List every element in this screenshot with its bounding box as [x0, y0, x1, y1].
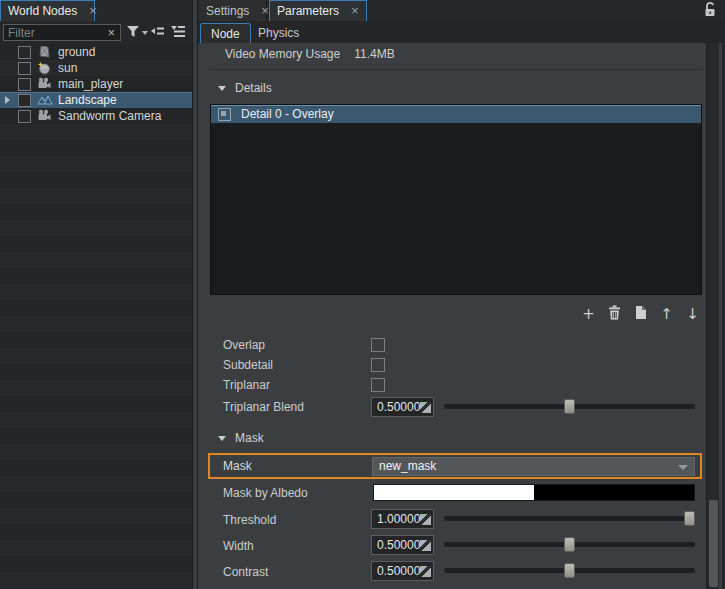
delete-button[interactable] — [607, 306, 622, 323]
threshold-slider[interactable] — [444, 516, 695, 521]
move-down-button[interactable]: ↓ — [685, 306, 700, 323]
contrast-field[interactable]: 0.50000 — [371, 561, 434, 581]
tab-node-label: Node — [211, 27, 240, 41]
drag-spinner-icon[interactable] — [420, 566, 431, 577]
mask-by-albedo-label: Mask by Albedo — [223, 485, 308, 501]
mask-row-highlighted: Mask new_mask — [208, 453, 702, 479]
add-button[interactable]: + — [581, 306, 596, 323]
details-list: Detail 0 - Overlay — [210, 104, 702, 295]
width-slider[interactable] — [444, 542, 695, 547]
tree-row-sun[interactable]: sun — [0, 60, 192, 76]
node-physics-tabbar: Node Physics — [198, 21, 725, 43]
tab-physics[interactable]: Physics — [248, 23, 309, 43]
slider-handle[interactable] — [564, 399, 575, 414]
world-nodes-tabbar: World Nodes × — [0, 0, 192, 22]
sun-icon — [37, 61, 51, 75]
mask-section-header[interactable]: Mask — [218, 431, 264, 445]
funnel-icon — [126, 25, 140, 41]
expand-hierarchy-icon — [170, 25, 186, 40]
detail-enable-checkbox[interactable] — [218, 108, 231, 121]
node-enable-checkbox[interactable] — [18, 110, 31, 123]
drag-spinner-icon[interactable] — [420, 402, 431, 413]
details-toolbar: + ↑ — [210, 302, 702, 326]
overlap-checkbox[interactable] — [371, 338, 385, 352]
tree-item-label: Sandworm Camera — [58, 109, 161, 123]
tree-row-main-player[interactable]: main_player — [0, 76, 192, 92]
expand-hierarchy-button[interactable] — [170, 24, 186, 41]
tab-world-nodes-label: World Nodes — [8, 4, 77, 18]
close-icon[interactable]: × — [89, 6, 97, 16]
detail-item-label: Detail 0 - Overlay — [241, 107, 334, 121]
triplanar-blend-value: 0.50000 — [377, 400, 420, 414]
tab-settings-label: Settings — [206, 4, 249, 18]
drag-spinner-icon[interactable] — [420, 540, 431, 551]
landscape-icon — [37, 93, 51, 107]
scrollbar-thumb[interactable] — [709, 500, 718, 587]
tree-item-label: sun — [58, 61, 77, 75]
close-icon[interactable]: × — [351, 6, 359, 16]
details-section-header[interactable]: Details — [218, 81, 272, 95]
tree-row-landscape[interactable]: Landscape — [0, 92, 192, 108]
lock-button[interactable] — [698, 0, 722, 21]
chevron-down-icon — [142, 31, 148, 35]
node-enable-checkbox[interactable] — [18, 94, 31, 107]
slider-handle[interactable] — [564, 537, 575, 552]
trash-icon — [608, 305, 621, 323]
plus-icon: + — [582, 307, 595, 322]
filter-bar: × — [0, 21, 192, 44]
collapse-hierarchy-icon — [150, 25, 165, 40]
clone-button[interactable] — [633, 306, 648, 323]
collapse-triangle-icon — [218, 436, 226, 441]
expander-icon[interactable] — [5, 96, 10, 104]
tab-settings[interactable]: Settings × — [199, 0, 267, 21]
filter-funnel-button[interactable] — [126, 24, 148, 41]
editor-window: World Nodes × × — [0, 0, 725, 589]
close-icon[interactable]: × — [261, 6, 269, 16]
mask-by-albedo-gradient[interactable] — [373, 484, 695, 501]
threshold-field[interactable]: 1.00000 — [371, 509, 434, 529]
collapse-triangle-icon — [218, 86, 226, 91]
camera-icon — [37, 109, 51, 123]
vertical-scrollbar[interactable] — [706, 43, 719, 589]
tab-world-nodes[interactable]: World Nodes × — [0, 0, 95, 21]
tree-row-ground[interactable]: ground — [0, 44, 192, 60]
parameters-tabbar: Settings × Parameters × — [198, 0, 725, 22]
details-section-label: Details — [235, 81, 272, 95]
node-tree: ground sun — [0, 44, 192, 589]
node-enable-checkbox[interactable] — [18, 62, 31, 75]
panel-right-edge — [719, 43, 725, 589]
triplanar-blend-field[interactable]: 0.50000 — [371, 397, 434, 417]
mask-section-label: Mask — [235, 431, 264, 445]
filter-input-wrap: × — [3, 24, 121, 41]
filter-input[interactable] — [4, 26, 102, 40]
drag-spinner-icon[interactable] — [420, 514, 431, 525]
node-enable-checkbox[interactable] — [18, 46, 31, 59]
mask-dropdown-value: new_mask — [379, 459, 436, 473]
tree-row-sandworm-camera[interactable]: Sandworm Camera — [0, 108, 192, 124]
threshold-value: 1.00000 — [377, 512, 420, 526]
detail-item-row[interactable]: Detail 0 - Overlay — [211, 105, 701, 123]
triplanar-checkbox[interactable] — [371, 378, 385, 392]
triplanar-blend-slider[interactable] — [444, 404, 695, 409]
slider-handle[interactable] — [564, 563, 575, 578]
tab-physics-label: Physics — [258, 26, 299, 40]
tab-node[interactable]: Node — [200, 23, 251, 43]
contrast-value: 0.50000 — [377, 564, 420, 578]
node-enable-checkbox[interactable] — [18, 78, 31, 91]
filter-clear-icon[interactable]: × — [102, 25, 120, 40]
tab-parameters[interactable]: Parameters × — [269, 0, 367, 21]
mask-dropdown[interactable]: new_mask — [372, 457, 695, 476]
albedo-black-swatch[interactable] — [534, 485, 694, 500]
overlap-label: Overlap — [223, 337, 265, 353]
collapse-hierarchy-button[interactable] — [150, 24, 165, 41]
albedo-white-swatch[interactable] — [374, 485, 534, 500]
video-memory-usage: Video Memory Usage11.4MB — [225, 47, 395, 61]
tree-item-label: Landscape — [58, 93, 117, 107]
subdetail-checkbox[interactable] — [371, 358, 385, 372]
move-up-button[interactable]: ↑ — [659, 306, 674, 323]
contrast-slider[interactable] — [444, 568, 695, 573]
parameters-panel: Settings × Parameters × Node — [198, 0, 725, 589]
width-field[interactable]: 0.50000 — [371, 535, 434, 555]
triplanar-label: Triplanar — [223, 377, 270, 393]
slider-handle[interactable] — [684, 511, 695, 526]
